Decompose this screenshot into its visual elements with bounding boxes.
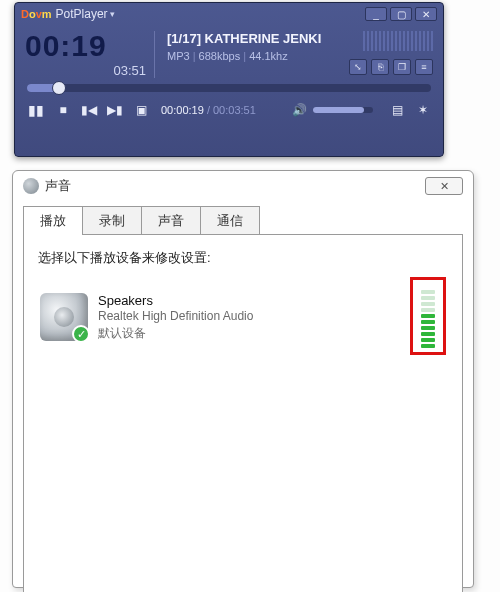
tabstrip: 播放录制声音通信 (13, 205, 473, 234)
seek-knob-icon[interactable] (52, 81, 66, 95)
samplerate-label: 44.1khz (243, 50, 287, 62)
potplayer-window: Dovm PotPlayer ▾ _ ▢ ✕ 00:19 03:51 [1/17… (14, 2, 444, 157)
elapsed-time-large: 00:19 (25, 31, 146, 61)
level-meter (410, 277, 446, 355)
duration-small: 03:51 (25, 63, 146, 78)
default-check-icon: ✓ (72, 325, 90, 343)
controls-row: ▮▮ ■ ▮◀ ▶▮ ▣ 00:00:19 / 00:03:51 🔊 ▤ ✶ (15, 96, 443, 128)
instruction-text: 选择以下播放设备来修改设置: (38, 249, 448, 267)
duration-full: 00:03:51 (213, 104, 256, 116)
device-row[interactable]: ✓ Speakers Realtek High Definition Audio… (38, 289, 448, 345)
dialog-title: 声音 (45, 177, 71, 195)
device-status: 默认设备 (98, 325, 253, 341)
prev-button[interactable]: ▮◀ (79, 100, 99, 120)
visualizer-icon (363, 31, 433, 51)
level-bar (421, 296, 435, 300)
level-bar (421, 314, 435, 318)
level-bar (421, 332, 435, 336)
dialog-close-button[interactable]: ✕ (425, 177, 463, 195)
device-name: Speakers (98, 293, 253, 308)
close-button[interactable]: ✕ (415, 7, 437, 21)
volume-icon[interactable]: 🔊 (292, 103, 307, 117)
app-title: PotPlayer (56, 7, 108, 21)
sound-dialog: 声音 ✕ 播放录制声音通信 选择以下播放设备来修改设置: ✓ Speakers … (12, 170, 474, 588)
bitrate-label: 688kbps (193, 50, 241, 62)
titlebar[interactable]: Dovm PotPlayer ▾ _ ▢ ✕ (15, 3, 443, 25)
level-bar (421, 290, 435, 294)
minimize-button[interactable]: _ (365, 7, 387, 21)
tab-录制[interactable]: 录制 (82, 206, 142, 235)
level-bar (421, 308, 435, 312)
elapsed-full: 00:00:19 (161, 104, 204, 116)
device-driver: Realtek High Definition Audio (98, 308, 253, 324)
open-button[interactable]: ▣ (131, 100, 151, 120)
track-info: [1/17] KATHERINE JENKI MP3 688kbps 44.1k… (155, 31, 433, 78)
tab-声音[interactable]: 声音 (141, 206, 201, 235)
settings-button[interactable]: ✶ (413, 100, 433, 120)
stop-button[interactable]: ■ (53, 100, 73, 120)
tab-通信[interactable]: 通信 (200, 206, 260, 235)
track-index: [1/17] (167, 31, 201, 46)
tool-copy-button[interactable]: ⎘ (371, 59, 389, 75)
level-bar (421, 338, 435, 342)
track-name: KATHERINE JENKI (205, 31, 322, 46)
seek-slider[interactable] (27, 84, 431, 92)
dialog-titlebar[interactable]: 声音 ✕ (13, 171, 473, 201)
level-bar (421, 344, 435, 348)
tool-window-button[interactable]: ❐ (393, 59, 411, 75)
list-button[interactable]: ▤ (387, 100, 407, 120)
chevron-down-icon[interactable]: ▾ (110, 9, 115, 19)
sound-dialog-icon (23, 178, 39, 194)
time-display: 00:19 03:51 (25, 31, 155, 78)
level-bar (421, 302, 435, 306)
volume-slider[interactable] (313, 107, 373, 113)
maximize-button[interactable]: ▢ (390, 7, 412, 21)
format-label: MP3 (167, 50, 190, 62)
level-bar (421, 326, 435, 330)
tab-panel-playback: 选择以下播放设备来修改设置: ✓ Speakers Realtek High D… (23, 234, 463, 592)
next-button[interactable]: ▶▮ (105, 100, 125, 120)
tool-expand-button[interactable]: ⤡ (349, 59, 367, 75)
pause-button[interactable]: ▮▮ (25, 100, 47, 120)
level-bar (421, 320, 435, 324)
tab-播放[interactable]: 播放 (23, 206, 83, 235)
time-readout: 00:00:19 / 00:03:51 (161, 104, 256, 116)
app-logo: Dovm (21, 8, 52, 20)
tool-playlist-button[interactable]: ≡ (415, 59, 433, 75)
